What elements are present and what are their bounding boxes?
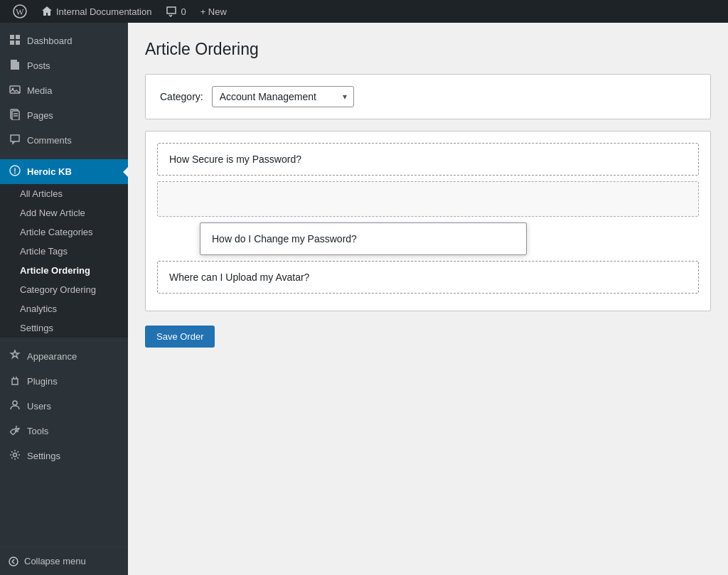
svg-text:W: W	[16, 7, 24, 17]
plugins-icon	[9, 375, 21, 388]
svg-point-18	[9, 557, 18, 566]
home-icon	[41, 6, 53, 17]
site-name-button[interactable]: Internal Documentation	[34, 0, 159, 23]
posts-label: Posts	[27, 60, 50, 71]
comments-icon	[166, 6, 177, 17]
heroickb-submenu: All Articles Add New Article Article Cat…	[0, 184, 128, 338]
posts-icon	[9, 59, 21, 72]
submenu-all-articles[interactable]: All Articles	[0, 184, 128, 203]
wp-logo-icon: W	[13, 4, 27, 18]
wp-logo-button[interactable]: W	[6, 0, 34, 23]
dashboard-label: Dashboard	[27, 36, 73, 46]
comments-label: Comments	[27, 135, 72, 146]
submenu-article-ordering[interactable]: Article Ordering	[0, 261, 128, 280]
sortable-item-3[interactable]: Where can I Upload my Avatar?	[157, 261, 699, 294]
submenu-analytics[interactable]: Analytics	[0, 299, 128, 318]
sidebar-item-media[interactable]: Media	[0, 78, 128, 103]
svg-point-16	[13, 401, 17, 405]
category-row: Category: Account Management Getting Sta…	[145, 74, 711, 119]
media-icon	[9, 84, 21, 97]
svg-rect-5	[16, 41, 20, 45]
pages-icon	[9, 109, 21, 122]
collapse-label: Collapse menu	[24, 556, 86, 566]
svg-rect-15	[12, 379, 18, 385]
main-menu: Dashboard Posts Media Pages	[0, 23, 128, 474]
article-title-2: How do I Change my Password?	[212, 233, 357, 244]
plugins-label: Plugins	[27, 376, 58, 387]
settings-main-icon	[9, 449, 21, 463]
main-layout: Dashboard Posts Media Pages	[0, 23, 728, 575]
comments-count: 0	[181, 6, 186, 17]
users-icon	[9, 399, 21, 413]
submenu-category-ordering[interactable]: Category Ordering	[0, 280, 128, 299]
comments-sidebar-icon	[9, 134, 21, 147]
comments-button[interactable]: 0	[159, 0, 193, 23]
collapse-icon	[9, 557, 18, 566]
svg-point-17	[14, 453, 17, 457]
sidebar-item-plugins[interactable]: Plugins	[0, 369, 128, 394]
sidebar-item-settings-main[interactable]: Settings	[0, 444, 128, 468]
heroickb-icon	[9, 165, 21, 178]
sidebar-item-posts[interactable]: Posts	[0, 53, 128, 78]
menu-divider-2	[0, 340, 128, 341]
sidebar-item-tools[interactable]: Tools	[0, 419, 128, 444]
menu-divider-1	[0, 156, 128, 156]
new-content-button[interactable]: + New	[193, 0, 234, 23]
tools-label: Tools	[27, 426, 48, 436]
sidebar-item-users[interactable]: Users	[0, 394, 128, 419]
category-label-text: Category:	[160, 91, 203, 102]
sidebar-item-heroickb[interactable]: Heroic KB	[0, 159, 128, 184]
submenu-settings[interactable]: Settings	[0, 318, 128, 338]
svg-rect-3	[16, 35, 20, 39]
heroickb-label: Heroic KB	[27, 166, 72, 177]
page-title: Article Ordering	[145, 40, 711, 60]
tools-icon	[9, 424, 21, 438]
dashboard-icon	[9, 34, 21, 48]
submenu-add-new-article[interactable]: Add New Article	[0, 203, 128, 222]
sortable-area: How Secure is my Password? How do I Chan…	[145, 131, 711, 311]
article-title-3: Where can I Upload my Avatar?	[169, 272, 309, 283]
category-select-wrapper[interactable]: Account Management Getting Started Troub…	[212, 86, 354, 107]
appearance-icon	[9, 350, 21, 363]
settings-main-label: Settings	[27, 451, 60, 461]
sortable-item-1[interactable]: How Secure is my Password?	[157, 143, 699, 176]
main-content: Article Ordering Category: Account Manag…	[128, 23, 728, 575]
submenu-article-tags[interactable]: Article Tags	[0, 242, 128, 261]
site-name-label: Internal Documentation	[56, 6, 151, 17]
save-order-button[interactable]: Save Order	[145, 326, 215, 348]
sortable-item-2[interactable]: How do I Change my Password?	[200, 222, 527, 255]
drag-placeholder	[157, 181, 699, 217]
sidebar-item-pages[interactable]: Pages	[0, 103, 128, 128]
sidebar-item-comments[interactable]: Comments	[0, 128, 128, 153]
admin-bar: W Internal Documentation 0 + New	[0, 0, 728, 23]
sidebar-item-appearance[interactable]: Appearance	[0, 344, 128, 369]
svg-rect-4	[10, 41, 14, 45]
sidebar: Dashboard Posts Media Pages	[0, 23, 128, 575]
collapse-menu-button[interactable]: Collapse menu	[0, 547, 128, 575]
category-select[interactable]: Account Management Getting Started Troub…	[212, 86, 354, 107]
media-label: Media	[27, 85, 52, 96]
new-label: + New	[200, 6, 227, 17]
users-label: Users	[27, 401, 51, 412]
sidebar-item-dashboard[interactable]: Dashboard	[0, 28, 128, 53]
appearance-label: Appearance	[27, 351, 77, 362]
svg-rect-2	[10, 35, 14, 39]
pages-label: Pages	[27, 110, 53, 121]
article-title-1: How Secure is my Password?	[169, 154, 301, 165]
submenu-article-categories[interactable]: Article Categories	[0, 222, 128, 242]
